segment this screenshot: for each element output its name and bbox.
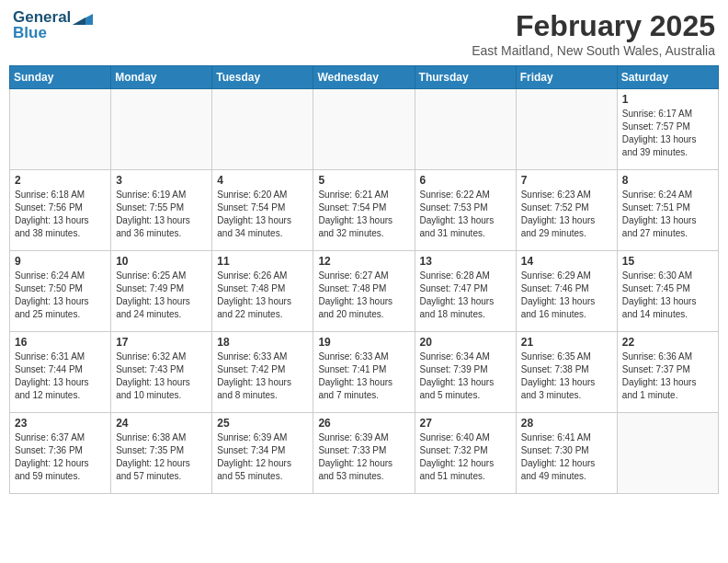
day-info: Sunrise: 6:17 AM Sunset: 7:57 PM Dayligh… — [622, 108, 713, 159]
calendar-cell — [212, 89, 313, 170]
day-number: 14 — [521, 255, 612, 268]
day-info: Sunrise: 6:24 AM Sunset: 7:50 PM Dayligh… — [15, 270, 106, 321]
calendar-cell: 5Sunrise: 6:21 AM Sunset: 7:54 PM Daylig… — [313, 170, 415, 251]
calendar-cell: 9Sunrise: 6:24 AM Sunset: 7:50 PM Daylig… — [10, 251, 111, 332]
day-number: 23 — [15, 417, 106, 430]
day-number: 26 — [318, 417, 409, 430]
weekday-header-friday: Friday — [516, 66, 617, 89]
location: East Maitland, New South Wales, Australi… — [472, 43, 715, 58]
day-info: Sunrise: 6:27 AM Sunset: 7:48 PM Dayligh… — [318, 270, 409, 321]
day-info: Sunrise: 6:33 AM Sunset: 7:41 PM Dayligh… — [318, 350, 409, 402]
day-number: 18 — [217, 336, 308, 349]
weekday-header-sunday: Sunday — [10, 66, 111, 89]
calendar-cell: 14Sunrise: 6:29 AM Sunset: 7:46 PM Dayli… — [516, 251, 617, 332]
day-info: Sunrise: 6:25 AM Sunset: 7:49 PM Dayligh… — [116, 270, 207, 321]
day-number: 25 — [217, 417, 308, 430]
calendar-table: SundayMondayTuesdayWednesdayThursdayFrid… — [9, 65, 719, 494]
day-number: 11 — [217, 255, 308, 268]
day-info: Sunrise: 6:40 AM Sunset: 7:32 PM Dayligh… — [420, 431, 511, 483]
day-number: 4 — [217, 174, 308, 187]
day-info: Sunrise: 6:37 AM Sunset: 7:36 PM Dayligh… — [15, 431, 106, 483]
day-number: 28 — [521, 417, 612, 430]
day-info: Sunrise: 6:18 AM Sunset: 7:56 PM Dayligh… — [15, 189, 106, 240]
day-info: Sunrise: 6:36 AM Sunset: 7:37 PM Dayligh… — [622, 350, 713, 402]
calendar-cell: 12Sunrise: 6:27 AM Sunset: 7:48 PM Dayli… — [313, 251, 415, 332]
title-block: February 2025 East Maitland, New South W… — [472, 9, 715, 58]
day-info: Sunrise: 6:30 AM Sunset: 7:45 PM Dayligh… — [622, 270, 713, 321]
day-number: 21 — [521, 336, 612, 349]
calendar-cell: 8Sunrise: 6:24 AM Sunset: 7:51 PM Daylig… — [617, 170, 718, 251]
day-info: Sunrise: 6:38 AM Sunset: 7:35 PM Dayligh… — [116, 431, 207, 483]
day-info: Sunrise: 6:33 AM Sunset: 7:42 PM Dayligh… — [217, 350, 308, 402]
day-number: 17 — [116, 336, 207, 349]
calendar-cell: 23Sunrise: 6:37 AM Sunset: 7:36 PM Dayli… — [10, 413, 111, 494]
day-number: 20 — [420, 336, 511, 349]
calendar-cell: 25Sunrise: 6:39 AM Sunset: 7:34 PM Dayli… — [212, 413, 313, 494]
calendar-cell: 17Sunrise: 6:32 AM Sunset: 7:43 PM Dayli… — [111, 332, 212, 413]
day-number: 7 — [521, 174, 612, 187]
calendar-cell: 27Sunrise: 6:40 AM Sunset: 7:32 PM Dayli… — [415, 413, 516, 494]
calendar-cell — [415, 89, 516, 170]
weekday-header-monday: Monday — [111, 66, 212, 89]
calendar-cell: 22Sunrise: 6:36 AM Sunset: 7:37 PM Dayli… — [617, 332, 718, 413]
calendar-cell: 4Sunrise: 6:20 AM Sunset: 7:54 PM Daylig… — [212, 170, 313, 251]
calendar-cell: 28Sunrise: 6:41 AM Sunset: 7:30 PM Dayli… — [516, 413, 617, 494]
day-number: 9 — [15, 255, 106, 268]
calendar-cell: 19Sunrise: 6:33 AM Sunset: 7:41 PM Dayli… — [313, 332, 415, 413]
day-info: Sunrise: 6:35 AM Sunset: 7:38 PM Dayligh… — [521, 350, 612, 402]
day-info: Sunrise: 6:19 AM Sunset: 7:55 PM Dayligh… — [116, 189, 207, 240]
day-number: 19 — [318, 336, 409, 349]
calendar-cell: 6Sunrise: 6:22 AM Sunset: 7:53 PM Daylig… — [415, 170, 516, 251]
calendar-cell: 11Sunrise: 6:26 AM Sunset: 7:48 PM Dayli… — [212, 251, 313, 332]
calendar-cell: 7Sunrise: 6:23 AM Sunset: 7:52 PM Daylig… — [516, 170, 617, 251]
calendar-week-1: 1Sunrise: 6:17 AM Sunset: 7:57 PM Daylig… — [10, 89, 719, 170]
weekday-header-row: SundayMondayTuesdayWednesdayThursdayFrid… — [10, 66, 719, 89]
day-number: 12 — [318, 255, 409, 268]
day-number: 16 — [15, 336, 106, 349]
calendar-cell: 3Sunrise: 6:19 AM Sunset: 7:55 PM Daylig… — [111, 170, 212, 251]
calendar-cell: 15Sunrise: 6:30 AM Sunset: 7:45 PM Dayli… — [617, 251, 718, 332]
day-number: 3 — [116, 174, 207, 187]
calendar-cell — [516, 89, 617, 170]
weekday-header-thursday: Thursday — [415, 66, 516, 89]
calendar-cell: 18Sunrise: 6:33 AM Sunset: 7:42 PM Dayli… — [212, 332, 313, 413]
logo-icon — [73, 10, 93, 25]
day-info: Sunrise: 6:21 AM Sunset: 7:54 PM Dayligh… — [318, 189, 409, 240]
month-title: February 2025 — [472, 9, 715, 43]
day-number: 1 — [622, 93, 713, 106]
day-info: Sunrise: 6:29 AM Sunset: 7:46 PM Dayligh… — [521, 270, 612, 321]
day-info: Sunrise: 6:24 AM Sunset: 7:51 PM Dayligh… — [622, 189, 713, 240]
weekday-header-tuesday: Tuesday — [212, 66, 313, 89]
day-info: Sunrise: 6:34 AM Sunset: 7:39 PM Dayligh… — [420, 350, 511, 402]
day-info: Sunrise: 6:22 AM Sunset: 7:53 PM Dayligh… — [420, 189, 511, 240]
day-number: 22 — [622, 336, 713, 349]
day-number: 13 — [420, 255, 511, 268]
day-number: 24 — [116, 417, 207, 430]
calendar-week-4: 16Sunrise: 6:31 AM Sunset: 7:44 PM Dayli… — [10, 332, 719, 413]
day-info: Sunrise: 6:39 AM Sunset: 7:33 PM Dayligh… — [318, 431, 409, 483]
day-info: Sunrise: 6:23 AM Sunset: 7:52 PM Dayligh… — [521, 189, 612, 240]
calendar-cell: 2Sunrise: 6:18 AM Sunset: 7:56 PM Daylig… — [10, 170, 111, 251]
calendar-cell: 1Sunrise: 6:17 AM Sunset: 7:57 PM Daylig… — [617, 89, 718, 170]
calendar-cell: 16Sunrise: 6:31 AM Sunset: 7:44 PM Dayli… — [10, 332, 111, 413]
day-info: Sunrise: 6:20 AM Sunset: 7:54 PM Dayligh… — [217, 189, 308, 240]
calendar-cell: 13Sunrise: 6:28 AM Sunset: 7:47 PM Dayli… — [415, 251, 516, 332]
day-number: 8 — [622, 174, 713, 187]
calendar-cell — [111, 89, 212, 170]
weekday-header-saturday: Saturday — [617, 66, 718, 89]
calendar-cell: 10Sunrise: 6:25 AM Sunset: 7:49 PM Dayli… — [111, 251, 212, 332]
day-info: Sunrise: 6:39 AM Sunset: 7:34 PM Dayligh… — [217, 431, 308, 483]
day-number: 5 — [318, 174, 409, 187]
calendar-cell: 20Sunrise: 6:34 AM Sunset: 7:39 PM Dayli… — [415, 332, 516, 413]
day-info: Sunrise: 6:28 AM Sunset: 7:47 PM Dayligh… — [420, 270, 511, 321]
calendar-cell: 21Sunrise: 6:35 AM Sunset: 7:38 PM Dayli… — [516, 332, 617, 413]
day-number: 6 — [420, 174, 511, 187]
logo-blue: Blue — [13, 25, 93, 42]
calendar-cell: 24Sunrise: 6:38 AM Sunset: 7:35 PM Dayli… — [111, 413, 212, 494]
day-info: Sunrise: 6:41 AM Sunset: 7:30 PM Dayligh… — [521, 431, 612, 483]
calendar-cell — [10, 89, 111, 170]
calendar-cell — [617, 413, 718, 494]
calendar-week-2: 2Sunrise: 6:18 AM Sunset: 7:56 PM Daylig… — [10, 170, 719, 251]
calendar-week-5: 23Sunrise: 6:37 AM Sunset: 7:36 PM Dayli… — [10, 413, 719, 494]
logo: General Blue — [13, 9, 93, 41]
